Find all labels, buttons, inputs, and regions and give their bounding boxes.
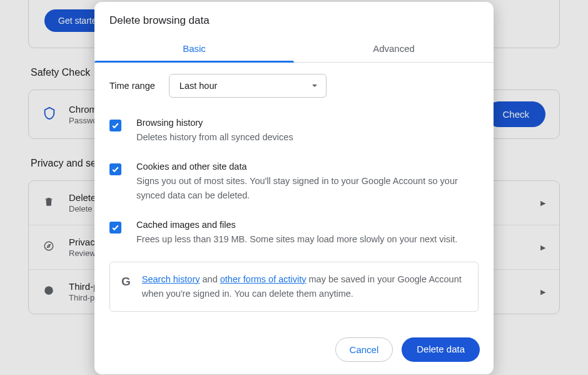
time-range-value: Last hour [180, 81, 217, 91]
checkbox-browsing-history[interactable] [109, 120, 121, 131]
dialog-body: Time range Last hour Browsing history De… [94, 63, 494, 327]
checkbox-cached[interactable] [109, 222, 121, 234]
option-desc: Deletes history from all synced devices [136, 130, 293, 144]
dialog-footer: Cancel Delete data [94, 327, 494, 374]
option-title: Browsing history [136, 118, 293, 128]
dialog-title: Delete browsing data [94, 2, 494, 36]
chevron-down-icon [312, 85, 317, 87]
checkbox-cookies[interactable] [109, 163, 121, 175]
option-cookies: Cookies and other site data Signs you ou… [109, 153, 479, 211]
google-account-info: G Search history and other forms of acti… [109, 262, 479, 312]
cancel-button[interactable]: Cancel [335, 337, 393, 362]
search-history-link[interactable]: Search history [142, 274, 200, 284]
time-range-label: Time range [109, 81, 155, 91]
tab-advanced[interactable]: Advanced [294, 36, 494, 62]
delete-browsing-data-dialog: Delete browsing data Basic Advanced Time… [94, 2, 494, 374]
info-text: Search history and other forms of activi… [142, 272, 467, 301]
option-browsing-history: Browsing history Deletes history from al… [109, 109, 479, 153]
option-cached: Cached images and files Frees up less th… [109, 211, 479, 255]
tab-basic[interactable]: Basic [94, 36, 294, 62]
delete-data-button[interactable]: Delete data [402, 337, 480, 362]
option-title: Cookies and other site data [136, 162, 479, 172]
option-title: Cached images and files [136, 220, 457, 230]
google-icon: G [121, 272, 131, 291]
time-range-select[interactable]: Last hour [169, 74, 327, 98]
option-desc: Signs you out of most sites. You'll stay… [136, 174, 479, 202]
dialog-tabs: Basic Advanced [94, 36, 494, 63]
time-range-row: Time range Last hour [109, 71, 479, 109]
other-activity-link[interactable]: other forms of activity [220, 274, 307, 284]
option-desc: Frees up less than 319 MB. Some sites ma… [136, 232, 457, 246]
